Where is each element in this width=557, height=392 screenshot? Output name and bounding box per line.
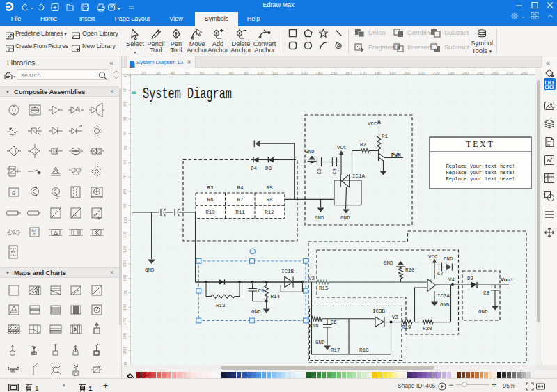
svg-text:R17: R17 <box>331 347 340 353</box>
svg-text:180: 180 <box>123 333 127 340</box>
svg-text:170: 170 <box>123 318 127 325</box>
svg-text:Replace your text here!: Replace your text here! <box>446 176 515 182</box>
svg-text:R19: R19 <box>402 324 411 330</box>
svg-text:D3: D3 <box>265 166 272 171</box>
svg-text:G: G <box>12 190 15 196</box>
svg-text:110: 110 <box>123 232 127 238</box>
svg-text:100: 100 <box>123 217 127 224</box>
svg-text:150: 150 <box>123 290 127 297</box>
svg-text:System Diagram: System Diagram <box>143 86 232 102</box>
svg-text:GND: GND <box>478 309 488 315</box>
svg-text:C3: C3 <box>332 168 338 174</box>
svg-text:C5: C5 <box>258 288 265 294</box>
svg-text:GND: GND <box>440 302 450 308</box>
svg-text:V4: V4 <box>448 277 455 283</box>
svg-text:80: 80 <box>123 189 127 194</box>
svg-text:120: 120 <box>123 246 127 253</box>
svg-text:20: 20 <box>123 102 127 107</box>
svg-text:`: ` <box>295 272 298 277</box>
svg-text:GND: GND <box>315 340 325 345</box>
svg-text:Replace your text here!: Replace your text here! <box>446 170 515 175</box>
svg-text:V2: V2 <box>308 276 315 281</box>
svg-text:R14: R14 <box>271 294 281 299</box>
svg-text:GND: GND <box>340 215 350 221</box>
svg-text:R12: R12 <box>265 210 274 215</box>
svg-text:R2: R2 <box>360 142 366 148</box>
svg-text:Replace your text here!: Replace your text here! <box>446 164 515 169</box>
svg-text:VCC: VCC <box>337 145 347 150</box>
svg-text:IC1A: IC1A <box>352 173 366 179</box>
svg-text:V3: V3 <box>392 315 399 320</box>
svg-text:VCC: VCC <box>368 121 377 127</box>
svg-text:TEXT: TEXT <box>466 140 494 148</box>
svg-text:VCC: VCC <box>428 254 438 260</box>
svg-text:Vout: Vout <box>501 276 514 283</box>
svg-text:10: 10 <box>123 88 127 92</box>
svg-text:40: 40 <box>123 131 127 135</box>
svg-text:GND: GND <box>251 309 261 315</box>
svg-text:R5: R5 <box>266 185 273 191</box>
svg-text:GND: GND <box>145 267 155 273</box>
svg-text:30: 30 <box>123 117 127 121</box>
svg-text:R6: R6 <box>207 197 214 203</box>
svg-text:CND: CND <box>444 256 453 262</box>
svg-text:R10: R10 <box>205 210 215 215</box>
svg-text:140: 140 <box>123 275 127 282</box>
svg-text:PWM: PWM <box>391 152 401 158</box>
svg-text:60: 60 <box>123 160 127 164</box>
svg-text:IC3A: IC3A <box>437 293 450 299</box>
svg-text:D2: D2 <box>467 276 473 281</box>
svg-text:R30: R30 <box>423 326 432 331</box>
svg-text:0: 0 <box>123 75 127 77</box>
svg-text:90: 90 <box>123 203 127 207</box>
svg-text:50: 50 <box>123 146 127 150</box>
svg-text:190: 190 <box>123 347 127 354</box>
svg-text:130: 130 <box>123 260 127 267</box>
svg-text:C6: C6 <box>331 320 338 325</box>
svg-text:R20: R20 <box>405 267 415 273</box>
svg-text:GND: GND <box>315 215 324 221</box>
svg-text:GND: GND <box>384 260 393 266</box>
svg-text:C7: C7 <box>437 271 444 276</box>
svg-text:R3: R3 <box>207 185 214 191</box>
svg-text:R8: R8 <box>266 197 272 203</box>
svg-text:IC3B: IC3B <box>372 308 386 314</box>
svg-text:R13: R13 <box>216 303 226 308</box>
svg-text:R1: R1 <box>382 134 389 139</box>
svg-text:R7: R7 <box>237 197 243 203</box>
svg-text:R4: R4 <box>237 185 244 191</box>
svg-text:C2: C2 <box>317 168 322 174</box>
svg-text:GND: GND <box>305 149 315 155</box>
svg-text:C8: C8 <box>483 290 489 296</box>
svg-text:`: ` <box>386 312 389 317</box>
svg-text:D4: D4 <box>251 166 258 171</box>
svg-text:R16: R16 <box>309 323 319 329</box>
svg-text:R18: R18 <box>359 347 369 353</box>
svg-text:R15: R15 <box>319 285 329 291</box>
svg-text:160: 160 <box>123 304 127 311</box>
svg-text:70: 70 <box>123 175 127 179</box>
svg-text:R11: R11 <box>235 210 245 215</box>
svg-text:IC1B: IC1B <box>281 269 295 274</box>
